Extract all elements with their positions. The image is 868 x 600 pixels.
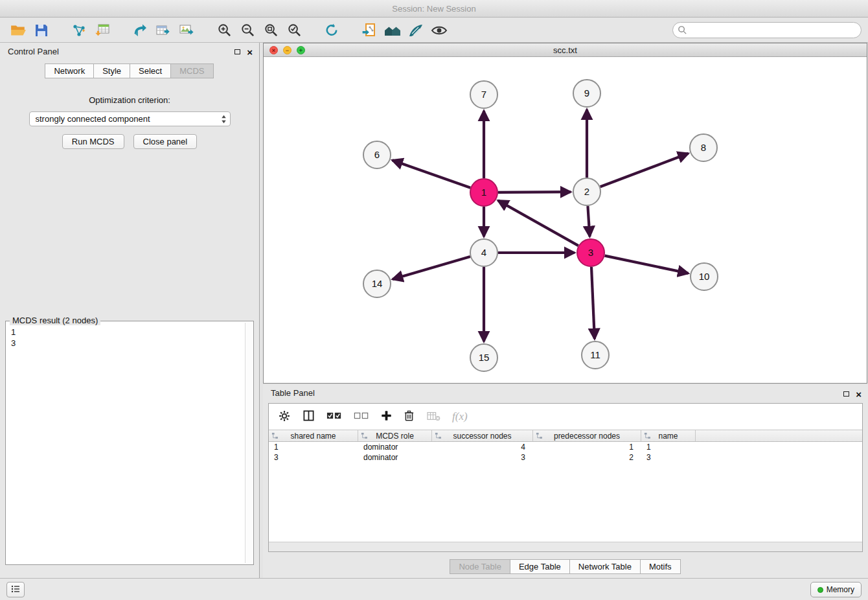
show-graphics-button[interactable] — [428, 20, 451, 41]
table-header-row: shared nameMCDS rolesuccessor nodesprede… — [269, 430, 862, 442]
graph-node-15[interactable]: 15 — [470, 344, 497, 371]
search-input[interactable] — [672, 22, 862, 38]
function-builder-button[interactable]: f(x) — [452, 410, 468, 423]
svg-text:3: 3 — [588, 247, 593, 258]
graph-edge-2-8[interactable] — [600, 154, 689, 187]
column-header-predecessor-nodes[interactable]: predecessor nodes — [533, 430, 641, 441]
tab-network[interactable]: Network — [45, 63, 94, 78]
table-body: 1dominator4113dominator323 — [269, 442, 862, 463]
clipboard-network-icon — [361, 23, 377, 38]
tab-motifs[interactable]: Motifs — [640, 559, 681, 574]
column-header-name[interactable]: name — [641, 430, 696, 441]
graph-node-11[interactable]: 11 — [582, 341, 609, 369]
export-network-button[interactable] — [128, 20, 152, 41]
close-window-icon[interactable]: × — [269, 46, 278, 54]
memory-label: Memory — [827, 585, 854, 594]
graph-node-8[interactable]: 8 — [690, 134, 717, 161]
column-header-successor-nodes[interactable]: successor nodes — [432, 430, 533, 441]
graph-edge-1-2[interactable] — [498, 192, 571, 192]
graph-node-6[interactable]: 6 — [363, 141, 391, 168]
unchecked-boxes-icon — [354, 410, 369, 423]
export-image-button[interactable] — [175, 20, 198, 41]
save-session-button[interactable] — [30, 20, 53, 41]
float-table-panel-icon[interactable] — [843, 391, 849, 397]
result-line: 1 — [11, 327, 240, 338]
svg-text:10: 10 — [699, 271, 710, 282]
close-table-panel-icon[interactable]: × — [856, 389, 862, 399]
create-column-button[interactable] — [381, 410, 392, 423]
tab-select[interactable]: Select — [130, 63, 171, 78]
graph-node-4[interactable]: 4 — [470, 239, 497, 266]
zoom-fit-icon — [264, 23, 279, 38]
tab-edge-table[interactable]: Edge Table — [510, 559, 570, 574]
titlebar: Session: New Session — [0, 0, 868, 17]
export-network-icon — [132, 23, 148, 38]
graph-node-14[interactable]: 14 — [363, 270, 391, 297]
table-row[interactable]: 1dominator411 — [269, 442, 862, 452]
zoom-in-button[interactable] — [212, 20, 236, 41]
first-neighbors-button[interactable] — [381, 20, 404, 41]
delete-table-button[interactable] — [426, 410, 440, 424]
select-all-button[interactable] — [326, 410, 342, 423]
control-panel-title: Control Panel — [8, 47, 59, 56]
table-cell: 1 — [269, 442, 358, 452]
graph-node-3[interactable]: 3 — [577, 239, 604, 266]
optimization-dropdown[interactable]: strongly connected component — [29, 111, 231, 126]
delete-column-button[interactable] — [404, 410, 415, 424]
table-cell: 2 — [533, 452, 641, 463]
import-table-icon — [95, 23, 110, 38]
graph-node-7[interactable]: 7 — [470, 81, 497, 108]
table-panel: Table Panel × — [263, 385, 868, 578]
refresh-icon — [324, 23, 339, 38]
export-table-button[interactable] — [152, 20, 175, 41]
svg-text:11: 11 — [590, 349, 600, 360]
close-panel-icon[interactable]: × — [247, 47, 253, 57]
float-window-icon[interactable] — [234, 49, 240, 54]
column-header-mcds-role[interactable]: MCDS role — [358, 430, 432, 441]
zoom-out-button[interactable] — [236, 20, 259, 41]
minimize-window-icon[interactable]: − — [283, 46, 291, 54]
table-settings-button[interactable] — [278, 410, 291, 424]
zoom-selected-button[interactable] — [282, 20, 306, 41]
apply-layout-button[interactable] — [320, 20, 343, 41]
tab-style[interactable]: Style — [93, 63, 130, 78]
graph-node-10[interactable]: 10 — [691, 263, 718, 290]
graph-edge-4-14[interactable] — [393, 257, 470, 279]
two-houses-icon — [383, 23, 402, 38]
zoom-window-icon[interactable]: + — [297, 46, 305, 54]
close-panel-button[interactable]: Close panel — [133, 134, 198, 149]
table-hscrollbar[interactable] — [269, 542, 862, 551]
import-network-button[interactable] — [67, 20, 91, 41]
svg-text:7: 7 — [481, 89, 486, 100]
show-column-button[interactable] — [303, 410, 315, 424]
tab-network-table[interactable]: Network Table — [569, 559, 641, 574]
tab-mcds[interactable]: MCDS — [170, 63, 213, 78]
graph-node-2[interactable]: 2 — [573, 178, 600, 205]
column-header-shared-name[interactable]: shared name — [269, 430, 358, 441]
graph-edge-3-11[interactable] — [591, 267, 595, 339]
tab-node-table[interactable]: Node Table — [450, 559, 510, 574]
svg-text:8: 8 — [701, 142, 706, 153]
run-mcds-button[interactable]: Run MCDS — [62, 134, 124, 149]
graph-node-9[interactable]: 9 — [573, 80, 600, 107]
graph-edge-2-3[interactable] — [588, 206, 589, 237]
graph-edge-3-1[interactable] — [498, 200, 578, 246]
import-table-button[interactable] — [91, 20, 114, 41]
style-brush-button[interactable] — [404, 20, 428, 41]
unselect-all-button[interactable] — [354, 410, 369, 423]
dropdown-stepper-icon — [220, 113, 227, 126]
graph-edge-3-10[interactable] — [605, 256, 689, 273]
task-history-button[interactable] — [6, 582, 25, 597]
clipboard-import-button[interactable] — [358, 20, 381, 41]
search-icon — [678, 25, 687, 38]
memory-button[interactable]: Memory — [810, 582, 862, 597]
result-scrollbar[interactable] — [245, 323, 252, 563]
zoom-fit-button[interactable] — [259, 20, 282, 41]
network-canvas[interactable]: 7968124314101511 — [264, 57, 867, 383]
control-panel: Control Panel × NetworkStyleSelectMCDS O… — [0, 43, 260, 578]
control-panel-tabs: NetworkStyleSelectMCDS — [0, 63, 259, 78]
graph-node-1[interactable]: 1 — [470, 179, 497, 206]
open-session-button[interactable] — [6, 20, 30, 41]
table-row[interactable]: 3dominator323 — [269, 452, 862, 463]
graph-edge-1-6[interactable] — [393, 160, 471, 187]
